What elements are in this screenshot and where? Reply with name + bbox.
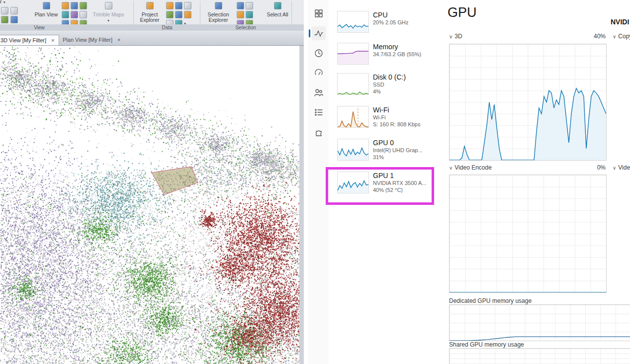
selection-tool-icon[interactable]	[246, 11, 253, 18]
perf-item-title: Memory	[373, 43, 421, 51]
plan-view-label: Plan View	[33, 12, 60, 18]
perf-item-detail: 34.7/63.2 GB (55%)	[373, 51, 421, 58]
perf-item-detail: SSD	[373, 81, 406, 88]
gpu0-thumbnail-chart	[337, 139, 369, 161]
group-label-selection: Selection	[235, 24, 256, 31]
plan-view-icon	[43, 2, 50, 9]
section-video2-partial[interactable]: ∨Vide	[613, 164, 630, 171]
perf-item-title: Disk 0 (C:)	[373, 73, 406, 81]
project-explorer-icon	[146, 2, 154, 9]
viewport-scrollbar[interactable]	[299, 46, 304, 364]
view-tool-icon[interactable]	[80, 11, 87, 18]
tab-plan-view[interactable]: Plan View [My Filter]×	[59, 35, 125, 45]
perf-item-detail: Wi-Fi	[373, 114, 420, 121]
gpu-3d-chart	[449, 44, 607, 161]
perf-item-gpu0[interactable]: GPU 0 Intel(R) UHD Grap... 31%	[337, 139, 423, 161]
services-icon[interactable]	[312, 125, 326, 139]
cpu-thumbnail-chart	[337, 11, 369, 33]
page-title-gpu: GPU	[448, 5, 477, 20]
trimble-maps-icon	[105, 2, 112, 9]
select-all-label: Select All	[265, 12, 290, 18]
ribbon: ilter ▾ Plan View Trimble Maps ▾	[0, 0, 304, 32]
view-tool-icon[interactable]	[62, 11, 69, 18]
trimble-maps-label: Trimble Maps	[92, 11, 124, 17]
perf-item-detail: 4%	[373, 88, 406, 95]
shared-memory-label: Shared GPU memory usage	[449, 341, 524, 348]
plan-view-button[interactable]: Plan View	[33, 1, 60, 23]
startup-apps-icon[interactable]	[312, 66, 326, 80]
group-label-data: Data	[162, 24, 172, 31]
disk-thumbnail-chart	[337, 73, 369, 95]
chevron-down-icon: ▾	[3, 0, 5, 4]
data-tool-icon[interactable]	[184, 11, 191, 18]
perf-item-detail: 31%	[373, 154, 423, 161]
video-encode-chart	[449, 175, 607, 293]
filter-label: ilter	[0, 0, 2, 4]
pan-tool-icon[interactable]	[10, 7, 18, 14]
processes-icon[interactable]	[312, 6, 326, 20]
selection-tools-grid	[237, 2, 253, 27]
value-video-encode: 0%	[449, 164, 606, 171]
play-icon[interactable]	[1, 16, 8, 23]
data-tools-grid: ▾	[166, 2, 191, 27]
point-cloud-viewport[interactable]	[0, 46, 299, 364]
selection-tool-icon[interactable]	[237, 2, 244, 9]
data-tool-icon[interactable]	[166, 2, 174, 9]
chevron-down-icon: ▾	[107, 18, 109, 23]
selected-accent-bar	[309, 29, 310, 37]
perf-item-disk0[interactable]: Disk 0 (C:) SSD 4%	[337, 73, 406, 95]
data-tool-icon[interactable]	[166, 11, 174, 18]
select-all-icon	[274, 2, 281, 9]
tab-label: 3D View [My Filter]	[0, 37, 46, 43]
selection-tool-icon[interactable]	[237, 11, 244, 18]
view-tools-grid	[62, 2, 87, 27]
section-copy-partial[interactable]: ∨Copy	[613, 33, 630, 40]
details-icon[interactable]	[312, 105, 326, 119]
perf-item-cpu[interactable]: CPU 20% 2.05 GHz	[337, 11, 409, 33]
view-tool-icon[interactable]	[62, 2, 69, 9]
view-tool-icon[interactable]	[71, 2, 78, 9]
app-history-icon[interactable]	[312, 46, 326, 60]
close-tab-icon[interactable]: ×	[117, 37, 120, 43]
value-3d: 40%	[449, 33, 606, 40]
project-explorer-label: Project Explorer	[135, 12, 164, 23]
chevron-down-icon: ∨	[613, 165, 616, 171]
tab-label: Plan View [My Filter]	[63, 37, 112, 43]
project-explorer-button[interactable]: Project Explorer	[135, 1, 164, 23]
trimble-maps-button[interactable]: Trimble Maps ▾	[92, 1, 124, 23]
data-tool-icon[interactable]	[175, 11, 182, 18]
perf-item-detail: 20% 2.05 GHz	[373, 19, 409, 26]
group-label-view: View	[34, 24, 45, 31]
shared-memory-chart	[449, 348, 630, 364]
cad-window: ilter ▾ Plan View Trimble Maps ▾	[0, 0, 304, 364]
selection-explorer-button[interactable]: Selection Explorer	[203, 1, 234, 23]
data-tool-icon[interactable]	[184, 2, 191, 9]
view-grid-icon[interactable]	[10, 16, 18, 23]
perf-item-detail: Intel(R) UHD Grap...	[373, 147, 423, 154]
selection-explorer-icon	[215, 2, 222, 9]
ribbon-group-labels: View Data Selection	[0, 24, 304, 31]
wifi-thumbnail-chart	[337, 106, 369, 128]
tab-3d-view[interactable]: 3D View [My Filter]×	[0, 35, 59, 45]
select-tool-icon[interactable]	[1, 7, 8, 14]
dedicated-memory-label: Dedicated GPU memory usage	[449, 297, 532, 304]
users-icon[interactable]	[312, 86, 326, 99]
view-tab-bar: 3D View [My Filter]× Plan View [My Filte…	[0, 31, 304, 46]
view-tool-icon[interactable]	[80, 2, 87, 9]
perf-item-memory[interactable]: Memory 34.7/63.2 GB (55%)	[337, 43, 421, 65]
select-all-button[interactable]: Select All	[265, 1, 290, 23]
data-tool-icon[interactable]	[175, 2, 182, 9]
perf-item-detail: S: 160 R: 808 Kbps	[373, 121, 420, 128]
section-video2-label: Vide	[618, 164, 630, 171]
perf-item-wifi[interactable]: Wi-Fi Wi-Fi S: 160 R: 808 Kbps	[337, 106, 420, 128]
view-tool-icon[interactable]	[71, 11, 78, 18]
selection-explorer-label: Selection Explorer	[203, 12, 234, 23]
selection-tool-icon[interactable]	[246, 2, 253, 9]
close-tab-icon[interactable]: ×	[51, 37, 54, 43]
filter-dropdown-partial[interactable]: ilter ▾	[0, 0, 5, 4]
perf-item-title: Wi-Fi	[373, 106, 420, 114]
annotation-highlight-gpu1	[326, 167, 434, 205]
screenshot: ilter ▾ Plan View Trimble Maps ▾	[0, 0, 630, 364]
chevron-down-icon: ∨	[613, 34, 616, 39]
performance-icon[interactable]	[312, 26, 326, 40]
